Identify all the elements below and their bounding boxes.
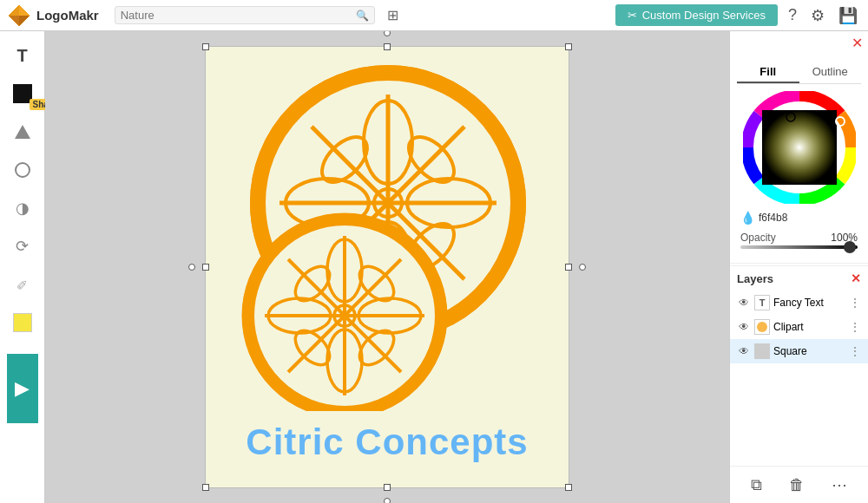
layers-panel: Layers ✕ 👁 T Fancy Text ⋮ 👁 [730,265,868,363]
outline-tab[interactable]: Outline [799,62,862,83]
svg-marker-2 [9,16,19,26]
play-panel[interactable]: ▶ [7,354,38,423]
svg-rect-42 [762,110,837,185]
svg-marker-4 [19,16,30,26]
handle-bottom-center[interactable] [384,484,391,491]
handle-top-right[interactable] [565,43,572,50]
scissors-icon: ✂ [628,9,637,22]
layers-stack-button[interactable]: ⧉ [749,474,764,496]
text-tool-icon: T [16,46,27,66]
panel-close-icon[interactable]: ✕ [852,35,863,51]
logo-canvas[interactable]: Citric Concepts [205,46,569,488]
rotate-handle-top[interactable] [384,31,391,36]
search-icon: 🔍 [356,10,369,22]
grid-view-button[interactable]: ⊞ [382,5,404,25]
handle-bottom-left[interactable] [202,484,209,491]
handle-top-left[interactable] [202,43,209,50]
layer-name-square: Square [773,345,845,357]
color-swatch-icon [13,313,32,332]
triangle-icon [15,125,30,139]
opacity-label: Opacity [740,232,827,244]
canvas-area[interactable]: Citric Concepts [45,31,729,503]
color-hex-row: 💧 [737,209,861,226]
color-wheel[interactable] [743,91,856,204]
clipart-layer-icon [756,321,768,333]
rotate-handle-bottom[interactable] [384,498,391,503]
logo-area: LogoMakr [7,3,99,28]
history-icon: ⟳ [16,237,29,256]
layer-item-square[interactable]: 👁 Square ⋮ [730,339,868,363]
circle-shape-button[interactable] [7,154,38,186]
layer-more-square[interactable]: ⋮ [849,344,861,358]
handle-bottom-right[interactable] [565,484,572,491]
history-button[interactable]: ⟳ [7,231,38,262]
settings-button[interactable]: ⚙ [807,4,828,27]
svg-point-45 [757,322,767,332]
more-options-button[interactable]: ⋯ [830,474,849,496]
layer-eye-fancy-text[interactable]: 👁 [737,296,751,310]
layer-more-fancy-text[interactable]: ⋮ [849,296,861,310]
circle-icon [15,162,30,178]
layer-name-clipart: Clipart [773,321,845,333]
hex-input[interactable] [759,212,819,224]
app-logo-text: LogoMakr [36,8,99,23]
right-panel: ✕ Fill Outline [729,31,868,503]
save-button[interactable]: 💾 [835,4,861,27]
main-area: T Shapes ◑ ⟳ ✏ ▶ [0,31,868,503]
layer-thumb-clipart [754,319,770,335]
right-bottom-toolbar: ⧉ 🗑 ⋯ [730,466,868,503]
layer-name-fancy-text: Fancy Text [773,297,845,309]
rotate-handle-left[interactable] [188,264,195,271]
svg-marker-3 [9,5,19,16]
layer-thumb-square [754,343,770,359]
opacity-row: Opacity 100% [737,230,861,245]
handle-middle-left[interactable] [202,264,209,271]
pencil-tool-button[interactable]: ✏ [7,269,38,300]
help-button[interactable]: ? [785,4,800,26]
search-input[interactable] [121,9,356,22]
fill-tab[interactable]: Fill [737,62,799,83]
opacity-thumb[interactable] [844,241,856,253]
left-toolbar: T Shapes ◑ ⟳ ✏ ▶ [0,31,45,503]
handle-top-center[interactable] [384,43,391,50]
layer-item-clipart[interactable]: 👁 Clipart ⋮ [730,315,868,339]
color-swatch-button[interactable] [7,307,38,338]
layers-close-icon[interactable]: ✕ [851,271,861,285]
canvas-logo-text: Citric Concepts [206,421,569,463]
topbar: LogoMakr 🔍 ⊞ ✂ Custom Design Services ? … [0,0,868,31]
citrus-clipart [223,64,553,411]
color-panel: Fill Outline [730,55,868,261]
search-container[interactable]: 🔍 [115,6,375,24]
opacity-track[interactable] [740,245,858,249]
layers-button[interactable]: ◑ [7,193,38,224]
triangle-shape-button[interactable] [7,116,38,147]
layer-thumb-fancy-text: T [754,295,770,310]
custom-design-button[interactable]: ✂ Custom Design Services [615,4,778,26]
layers-header: Layers ✕ [730,266,868,291]
layers-icon: ◑ [16,199,30,218]
separator [730,263,868,264]
layer-eye-square[interactable]: 👁 [737,344,751,358]
svg-point-38 [340,311,349,320]
rotate-handle-right[interactable] [579,264,586,271]
svg-point-21 [383,198,393,208]
opacity-slider[interactable] [737,245,861,249]
delete-button[interactable]: 🗑 [787,474,806,496]
layer-more-clipart[interactable]: ⋮ [849,320,861,334]
text-layer-icon: T [760,297,766,308]
fill-outline-tabs: Fill Outline [737,62,861,84]
shapes-tool-button[interactable]: Shapes [7,78,38,109]
layer-eye-clipart[interactable]: 👁 [737,320,751,334]
custom-design-label: Custom Design Services [642,9,766,22]
handle-middle-right[interactable] [565,264,572,271]
text-tool-button[interactable]: T [7,40,38,71]
pencil-icon: ✏ [12,275,32,295]
play-icon: ▶ [15,377,30,400]
color-wheel-container[interactable] [743,91,856,204]
eyedropper-icon[interactable]: 💧 [740,211,755,225]
app-logo-icon [7,3,31,28]
layer-item-fancy-text[interactable]: 👁 T Fancy Text ⋮ [730,291,868,315]
layers-title: Layers [737,272,773,285]
